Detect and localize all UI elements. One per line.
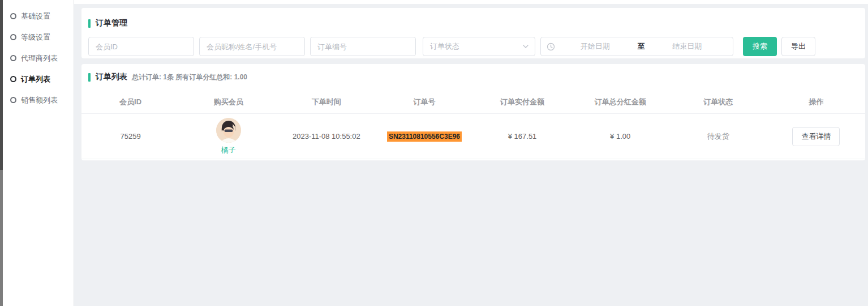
green-marker-bar: [88, 73, 91, 82]
order-no-highlighted: SN23110810556C3E96: [387, 131, 462, 142]
cell-action: 查看详情: [767, 127, 865, 146]
sidebar-item-basic-settings[interactable]: 基础设置: [3, 6, 74, 27]
chevron-down-icon: [522, 43, 529, 50]
avatar-image: [216, 118, 241, 143]
col-header-status: 订单状态: [669, 97, 767, 107]
scrollbar-thumb[interactable]: [0, 0, 3, 170]
date-range-picker[interactable]: 开始日期 至 结束日期: [540, 37, 733, 56]
cell-paid-amount: ¥ 167.51: [474, 132, 571, 141]
main-content: 订单管理 订单状态 开始日期 至: [74, 0, 868, 306]
member-id-input[interactable]: [88, 37, 194, 56]
panel-title: 订单列表: [96, 72, 127, 82]
export-button[interactable]: 导出: [781, 37, 815, 56]
col-header-action: 操作: [767, 97, 865, 107]
sidebar-item-label: 销售额列表: [21, 95, 58, 105]
list-section-title: 订单列表 总计订单: 1条 所有订单分红总和: 1.00: [81, 72, 865, 82]
sidebar-item-label: 基础设置: [21, 11, 50, 22]
cell-dividend-amount: ¥ 1.00: [571, 132, 669, 141]
radio-circle-icon: [10, 34, 16, 40]
sidebar-item-order-list[interactable]: 订单列表: [3, 69, 74, 90]
left-scrollbar[interactable]: [0, 0, 3, 306]
col-header-paid-amount: 订单实付金额: [474, 97, 571, 107]
col-header-buyer: 购买会员: [179, 97, 277, 107]
radio-circle-icon: [10, 13, 16, 19]
search-button[interactable]: 搜索: [743, 37, 777, 56]
sidebar-item-agent-list[interactable]: 代理商列表: [3, 48, 74, 69]
radio-circle-icon: [10, 97, 16, 103]
cell-buyer: 橘子: [179, 118, 277, 155]
member-info-input[interactable]: [199, 37, 305, 56]
sidebar-item-label: 代理商列表: [21, 53, 58, 63]
start-date-placeholder[interactable]: 开始日期: [555, 41, 635, 52]
clock-icon: [547, 42, 555, 51]
col-header-dividend-amount: 订单总分红金额: [571, 97, 669, 107]
col-header-order-time: 下单时间: [277, 97, 375, 107]
radio-circle-icon: [10, 76, 16, 82]
end-date-placeholder[interactable]: 结束日期: [647, 41, 728, 52]
col-header-order-no: 订单号: [375, 97, 473, 107]
table-header-row: 会员ID 购买会员 下单时间 订单号 订单实付金额 订单总分红金额 订单状态 操…: [81, 90, 865, 114]
green-marker-bar: [88, 19, 91, 28]
cell-status: 待发货: [669, 131, 767, 142]
sidebar-item-level-settings[interactable]: 等级设置: [3, 27, 74, 48]
order-no-input[interactable]: [310, 37, 416, 56]
buyer-name[interactable]: 橘子: [221, 145, 236, 155]
filter-section-title: 订单管理: [88, 18, 865, 28]
top-white-strip: [74, 0, 868, 4]
avatar[interactable]: [216, 118, 241, 143]
date-separator: 至: [635, 41, 647, 52]
cell-order-time: 2023-11-08 10:55:02: [277, 132, 375, 141]
col-header-member-id: 会员ID: [81, 97, 179, 107]
sidebar-item-sales-list[interactable]: 销售额列表: [3, 90, 74, 110]
buyer-cell: 橘子: [179, 118, 277, 155]
cell-order-no: SN23110810556C3E96: [375, 132, 473, 141]
cell-member-id: 75259: [81, 132, 179, 141]
sidebar: 基础设置 等级设置 代理商列表 订单列表 销售额列表: [3, 0, 74, 306]
sidebar-item-label: 等级设置: [21, 32, 50, 42]
table-row: 75259 橘子: [81, 114, 865, 159]
radio-circle-icon: [10, 55, 16, 61]
order-summary: 总计订单: 1条 所有订单分红总和: 1.00: [132, 73, 247, 82]
panel-title: 订单管理: [96, 18, 127, 28]
order-list-panel: 订单列表 总计订单: 1条 所有订单分红总和: 1.00 会员ID 购买会员 下…: [81, 64, 865, 160]
view-detail-button[interactable]: 查看详情: [792, 127, 840, 146]
order-filter-panel: 订单管理 订单状态 开始日期 至: [81, 8, 865, 58]
order-status-select[interactable]: 订单状态: [423, 37, 535, 56]
filter-row: 订单状态 开始日期 至 结束日期 搜索 导出: [88, 37, 865, 56]
sidebar-item-label: 订单列表: [21, 74, 50, 84]
select-placeholder: 订单状态: [430, 41, 459, 52]
app-window: 基础设置 等级设置 代理商列表 订单列表 销售额列表 订单管理: [0, 0, 868, 306]
